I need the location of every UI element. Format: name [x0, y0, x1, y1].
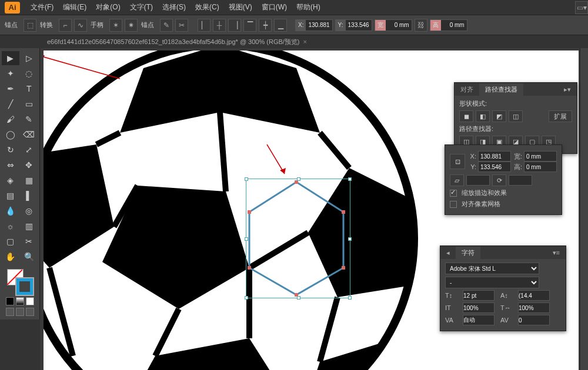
close-tab-icon[interactable]: × [303, 38, 307, 45]
free-transform-tool-icon[interactable]: ✥ [21, 158, 38, 172]
cut-path-icon[interactable]: ✂ [175, 19, 188, 32]
font-size-input[interactable] [463, 290, 495, 301]
rotate-icon[interactable]: ⟳ [492, 174, 506, 186]
scale-strokes-checkbox[interactable] [450, 190, 457, 197]
gradient-tool-icon[interactable]: ▌ [21, 189, 38, 203]
lasso-tool-icon[interactable]: ◌ [21, 66, 38, 80]
remove-anchor-icon[interactable]: ✎ [160, 19, 173, 32]
draw-behind-icon[interactable] [16, 308, 24, 316]
leading-input[interactable] [518, 290, 550, 301]
font-family-select[interactable]: Adobe 宋体 Std L [445, 263, 539, 274]
font-style-select[interactable]: - [445, 277, 539, 288]
line-tool-icon[interactable]: ╱ [2, 97, 19, 111]
handle-show-icon[interactable]: ✶ [109, 19, 122, 32]
transform-w-input[interactable] [524, 151, 557, 162]
convert-smooth-icon[interactable]: ∿ [74, 19, 87, 32]
selection-tool-icon[interactable]: ▶ [2, 51, 19, 65]
graph-tool-icon[interactable]: ▥ [21, 219, 38, 233]
convert-corner-icon[interactable]: ⌐ [59, 19, 72, 32]
align-hcenter-icon[interactable]: ┼ [213, 19, 226, 32]
y-field[interactable]: Y:133.546 [335, 19, 372, 31]
tab-align[interactable]: 对齐 [455, 83, 479, 96]
scale-tool-icon[interactable]: ⤢ [21, 143, 38, 157]
artboard-tool-icon[interactable]: ▢ [2, 234, 19, 248]
reference-point-icon[interactable]: ⊡ [450, 154, 465, 169]
align-bottom-icon[interactable]: ▁ [274, 19, 287, 32]
hand-tool-icon[interactable]: ✋ [2, 250, 19, 264]
align-top-icon[interactable]: ▔ [243, 19, 256, 32]
zoom-tool-icon[interactable]: 🔍 [21, 250, 38, 264]
tracking-input[interactable] [518, 315, 550, 325]
transform-h-input[interactable] [524, 162, 557, 172]
char-menu-icon[interactable]: ▾≡ [547, 247, 566, 258]
rotate-tool-icon[interactable]: ↻ [2, 143, 19, 157]
blend-tool-icon[interactable]: ◎ [21, 204, 38, 218]
menu-view[interactable]: 视图(V) [224, 2, 257, 12]
align-vcenter-icon[interactable]: ┿ [259, 19, 272, 32]
char-collapse-icon[interactable]: ◂ [440, 247, 456, 258]
align-left-icon[interactable]: ▏ [198, 19, 211, 32]
eraser-tool-icon[interactable]: ⌫ [21, 127, 38, 142]
slice-tool-icon[interactable]: ✂ [21, 234, 38, 248]
menu-edit[interactable]: 编辑(E) [58, 2, 91, 12]
menu-file[interactable]: 文件(F) [26, 2, 58, 12]
eyedropper-tool-icon[interactable]: 💧 [2, 204, 19, 218]
tab-character[interactable]: 字符 [456, 247, 480, 259]
type-tool-icon[interactable]: T [21, 82, 38, 96]
draw-inside-icon[interactable] [26, 308, 34, 316]
minus-front-icon[interactable]: ◧ [476, 110, 490, 122]
anchor-label: 锚点 [5, 21, 18, 29]
perspective-tool-icon[interactable]: ▦ [21, 173, 38, 187]
menu-type[interactable]: 文字(T) [125, 2, 158, 12]
shear-icon[interactable]: ▱ [450, 174, 464, 186]
rectangle-tool-icon[interactable]: ▭ [21, 97, 38, 111]
pen-tool-icon[interactable]: ✒ [2, 82, 19, 96]
width-tool-icon[interactable]: ⇔ [2, 158, 19, 172]
magic-wand-tool-icon[interactable]: ✦ [2, 66, 19, 80]
hscale-input[interactable] [518, 302, 550, 313]
color-mode-icon[interactable] [6, 297, 14, 305]
gradient-mode-icon[interactable] [16, 297, 24, 305]
direct-selection-tool-icon[interactable]: ▷ [21, 51, 38, 65]
menu-help[interactable]: 帮助(H) [292, 2, 325, 12]
none-mode-icon[interactable] [26, 297, 34, 305]
stroke-swatch[interactable] [16, 278, 33, 295]
transform-x-input[interactable] [478, 151, 511, 162]
panel-menu-icon[interactable]: ▸▾ [558, 84, 577, 95]
menu-object[interactable]: 对象(O) [91, 2, 125, 12]
link-wh-icon[interactable]: ⛓ [415, 19, 427, 32]
shear-input[interactable] [466, 175, 490, 186]
menu-effect[interactable]: 效果(C) [191, 2, 224, 12]
workspace-switcher-icon[interactable]: ▭▾ [575, 1, 588, 14]
fill-stroke-swatches[interactable] [1, 268, 38, 317]
align-right-icon[interactable]: ▕ [228, 19, 241, 32]
w-field[interactable]: 宽0 mm [375, 19, 412, 31]
rotate-input[interactable] [509, 175, 532, 186]
align-pixel-checkbox[interactable] [450, 201, 457, 208]
panel-dock-strip[interactable] [580, 48, 588, 370]
symbol-tool-icon[interactable]: ☼ [2, 219, 19, 233]
vscale-input[interactable] [463, 302, 495, 313]
mesh-tool-icon[interactable]: ▤ [2, 189, 19, 203]
intersect-icon[interactable]: ◩ [492, 110, 506, 122]
menu-window[interactable]: 窗口(W) [257, 2, 292, 12]
paintbrush-tool-icon[interactable]: 🖌 [2, 112, 19, 126]
exclude-icon[interactable]: ◫ [509, 110, 523, 122]
transform-y-input[interactable] [478, 162, 511, 172]
draw-normal-icon[interactable] [6, 308, 14, 316]
blob-brush-tool-icon[interactable]: ◯ [2, 127, 19, 142]
document-tab[interactable]: e66fd1441d12e0566470857602ef6152_t0182a3… [42, 36, 312, 48]
kerning-input[interactable] [463, 315, 495, 325]
h-field[interactable]: 高0 mm [430, 19, 467, 31]
x-field[interactable]: X:130.881 [295, 19, 333, 31]
tab-pathfinder[interactable]: 路径查找器 [479, 83, 523, 96]
expand-button[interactable]: 扩展 [549, 110, 572, 122]
pencil-tool-icon[interactable]: ✎ [21, 112, 38, 126]
unite-icon[interactable]: ◼ [459, 110, 473, 122]
menu-select[interactable]: 选择(S) [158, 2, 191, 12]
align-pixel-label: 对齐像素网格 [462, 200, 500, 208]
anchor-icon[interactable]: ⬚ [24, 19, 36, 32]
shape-builder-tool-icon[interactable]: ◈ [2, 173, 19, 187]
app-badge: Ai [5, 2, 20, 14]
handle-hide-icon[interactable]: ✷ [125, 19, 138, 32]
